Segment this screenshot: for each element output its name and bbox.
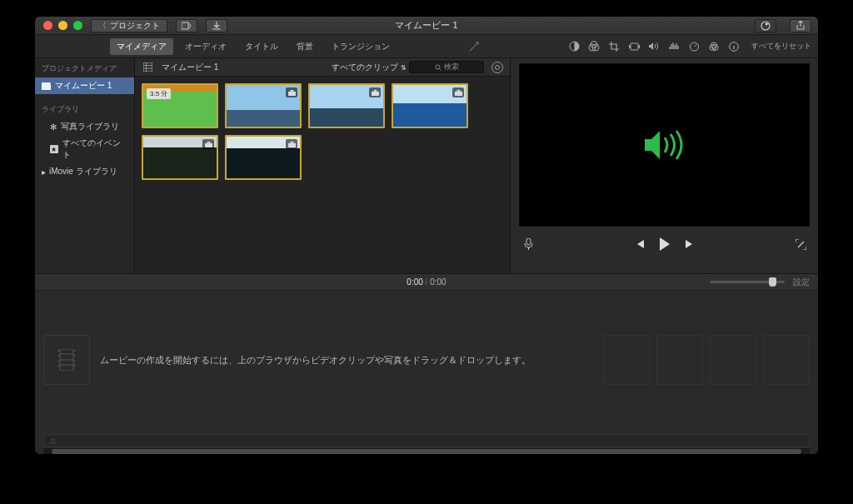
speaker-icon	[643, 127, 686, 162]
media-browser: マイムービー 1 すべてのクリップ ⇅ 検索 3.5 分	[135, 58, 510, 273]
clip-item[interactable]: 3.5 分	[142, 83, 218, 128]
minimize-window[interactable]	[58, 21, 67, 30]
flower-icon: ✻	[50, 122, 57, 132]
crop-icon[interactable]	[608, 41, 620, 52]
speed-icon[interactable]	[688, 41, 700, 52]
tab-my-media[interactable]: マイメディア	[110, 38, 173, 55]
placeholder-slots	[603, 335, 810, 385]
voiceover-button[interactable]	[522, 238, 534, 250]
sidebar-item-imovie-library[interactable]: ▸ iMovie ライブラリ	[35, 163, 134, 180]
svg-rect-25	[290, 141, 293, 142]
close-window[interactable]	[43, 21, 52, 30]
svg-rect-19	[373, 89, 377, 91]
fullscreen-button[interactable]	[795, 238, 806, 250]
sidebar: プロジェクトメディア マイムービー 1 ライブラリ ✻ 写真ライブラリ ★ すべ…	[35, 58, 135, 273]
info-icon[interactable]	[728, 41, 740, 52]
zoom-thumb[interactable]	[769, 277, 776, 287]
tab-transitions[interactable]: トランジション	[325, 38, 397, 55]
project-name: マイムービー 1	[55, 80, 112, 92]
back-to-projects-button[interactable]: 〈 プロジェクト	[91, 19, 167, 32]
placeholder-slot	[710, 335, 756, 385]
filter-icon[interactable]	[708, 41, 720, 52]
svg-rect-16	[288, 91, 296, 95]
color-balance-icon[interactable]	[568, 41, 580, 52]
film-icon	[43, 335, 90, 385]
empty-message: ムービーの作成を開始するには、上のブラウザからビデオクリップや写真をドラッグ＆ド…	[100, 354, 593, 367]
tab-backgrounds[interactable]: 背景	[290, 38, 320, 55]
sidebar-active-project[interactable]: マイムービー 1	[35, 77, 134, 94]
prev-button[interactable]	[634, 238, 646, 250]
clip-grid: 3.5 分	[135, 77, 510, 187]
clip-item[interactable]	[392, 83, 468, 128]
camera-icon	[202, 139, 214, 149]
search-input[interactable]: 検索	[409, 61, 484, 73]
disclosure-triangle-icon[interactable]: ▸	[42, 167, 46, 177]
timeline-header: 0:00 / 0:00 設定	[35, 274, 818, 291]
playback-controls	[511, 230, 818, 255]
sidebar-item-label: すべてのイベント	[62, 137, 127, 161]
imovie-window: 〈 プロジェクト マイムービー 1 マイメディア オーディオ タイトル 背景 ト…	[35, 17, 818, 454]
tabbar: マイメディア オーディオ タイトル 背景 トランジション すべてをリセット	[35, 35, 818, 58]
time-current: 0:00	[407, 277, 422, 287]
timeline-empty-state: ムービーの作成を開始するには、上のブラウザからビデオクリップや写真をドラッグ＆ド…	[43, 331, 810, 389]
reset-all-button[interactable]: すべてをリセット	[751, 41, 811, 52]
scrollbar-thumb[interactable]	[52, 449, 801, 454]
svg-rect-0	[182, 22, 188, 29]
audio-track[interactable]: ♫	[43, 434, 810, 447]
sidebar-item-all-events[interactable]: ★ すべてのイベント	[35, 135, 134, 163]
zoom-window[interactable]	[73, 21, 82, 30]
updown-icon: ⇅	[401, 64, 407, 72]
sidebar-item-photos[interactable]: ✻ 写真ライブラリ	[35, 118, 134, 135]
play-button[interactable]	[659, 238, 671, 250]
import-button[interactable]	[206, 19, 227, 32]
list-view-toggle[interactable]	[142, 62, 153, 73]
noise-reduction-icon[interactable]	[668, 41, 680, 52]
timeline-region: 0:00 / 0:00 設定 ムービーの作成を開始するには、上のブラウザからビデ…	[35, 273, 818, 454]
svg-point-15	[436, 65, 440, 69]
color-correction-icon[interactable]	[588, 41, 600, 52]
camera-icon	[369, 87, 381, 97]
svg-rect-14	[143, 62, 152, 72]
clapper-icon	[42, 82, 51, 90]
time-total: 0:00	[430, 277, 446, 287]
next-button[interactable]	[684, 238, 696, 250]
volume-icon[interactable]	[648, 41, 660, 52]
music-note-icon: ♫	[49, 436, 56, 446]
back-label: プロジェクト	[110, 20, 160, 32]
tab-titles[interactable]: タイトル	[238, 38, 285, 55]
sidebar-item-label: iMovie ライブラリ	[49, 166, 117, 177]
window-controls	[35, 21, 82, 30]
preview-viewer[interactable]	[519, 63, 810, 227]
clip-item[interactable]	[225, 83, 302, 128]
timeline-settings-button[interactable]: 設定	[793, 277, 810, 288]
camera-icon	[286, 139, 297, 149]
svg-rect-20	[455, 91, 462, 95]
svg-rect-24	[288, 142, 296, 147]
upper-region: プロジェクトメディア マイムービー 1 ライブラリ ✻ 写真ライブラリ ★ すべ…	[35, 58, 818, 273]
svg-rect-21	[456, 89, 460, 91]
media-library-button[interactable]	[176, 19, 197, 32]
svg-rect-7	[629, 45, 631, 48]
sidebar-header-project: プロジェクトメディア	[35, 58, 134, 77]
stabilize-icon[interactable]	[628, 41, 640, 52]
tab-audio[interactable]: オーディオ	[178, 38, 233, 55]
sidebar-item-label: 写真ライブラリ	[61, 121, 119, 132]
adjust-toolbar: すべてをリセット	[568, 41, 811, 52]
magic-wand-icon[interactable]	[468, 41, 480, 52]
horizontal-scrollbar[interactable]	[43, 448, 810, 454]
breadcrumb[interactable]: マイムービー 1	[162, 62, 218, 73]
zoom-slider[interactable]	[710, 281, 785, 283]
share-button[interactable]	[790, 19, 811, 32]
clip-item[interactable]	[225, 135, 302, 180]
filter-dropdown[interactable]: すべてのクリップ ⇅	[332, 62, 407, 73]
clip-item[interactable]	[142, 135, 218, 180]
clip-item[interactable]	[308, 83, 385, 128]
media-tabs: マイメディア オーディオ タイトル 背景 トランジション	[35, 38, 397, 55]
timeline-body[interactable]: ムービーの作成を開始するには、上のブラウザからビデオクリップや写真をドラッグ＆ド…	[35, 291, 818, 454]
activity-button[interactable]	[755, 19, 776, 32]
svg-rect-8	[638, 45, 640, 48]
star-icon: ★	[50, 145, 58, 153]
skimmer-toggle[interactable]	[491, 62, 503, 73]
svg-rect-23	[207, 141, 210, 142]
svg-rect-26	[526, 238, 531, 245]
